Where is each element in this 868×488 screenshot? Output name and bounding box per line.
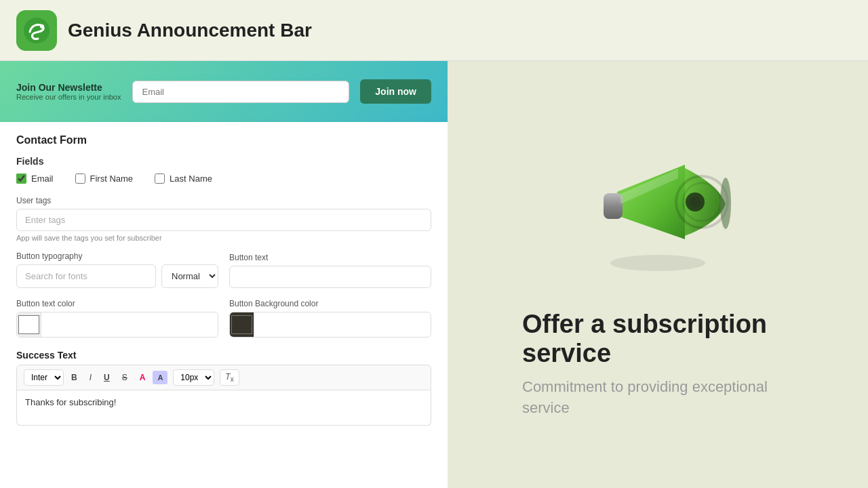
firstname-checkbox-label: First Name: [90, 174, 134, 184]
join-now-button[interactable]: Join now: [360, 79, 431, 104]
app-title: Genius Announcement Bar: [68, 20, 312, 41]
italic-button[interactable]: I: [85, 370, 96, 385]
user-tags-label: User tags: [16, 196, 431, 205]
success-text-section: Success Text Inter B I U S A A 10px 12px…: [16, 350, 431, 428]
checkbox-lastname[interactable]: Last Name: [155, 174, 212, 184]
megaphone-container: [583, 131, 732, 283]
button-text-color-group: Button text color #fff: [16, 299, 218, 338]
left-panel: Join Our Newslette Receive our offers in…: [0, 61, 448, 488]
svg-point-2: [610, 255, 705, 271]
app-logo: [16, 10, 57, 51]
bold-button[interactable]: B: [66, 370, 82, 385]
megaphone-illustration: [583, 131, 732, 280]
promo-subtext: Commitment to providing exceptional serv…: [522, 377, 793, 419]
bg-color-input[interactable]: #36332b: [254, 314, 431, 336]
user-tags-input[interactable]: [16, 209, 431, 231]
font-highlight-button[interactable]: A: [153, 371, 167, 384]
font-weight-select[interactable]: Normal Bold Light: [161, 264, 218, 288]
button-typography-label: Button typography: [16, 251, 218, 261]
email-checkbox-label: Email: [31, 174, 54, 184]
font-search-input[interactable]: [16, 264, 156, 288]
logo-icon: [23, 17, 50, 44]
svg-point-8: [720, 178, 731, 229]
underline-button[interactable]: U: [99, 370, 115, 385]
checkboxes-row: Email First Name Last Name: [16, 174, 431, 184]
text-color-swatch[interactable]: [17, 312, 41, 337]
clear-format-button[interactable]: Tx: [220, 369, 239, 386]
typography-row: Button typography Normal Bold Light Butt…: [16, 251, 431, 288]
user-tags-hint: App will save the tags you set for subsc…: [16, 234, 431, 242]
user-tags-group: User tags App will save the tags you set…: [16, 196, 431, 242]
lastname-checkbox-label: Last Name: [170, 174, 212, 184]
success-toolbar: Inter B I U S A A 10px 12px 14px Tx: [16, 365, 431, 390]
form-section-title: Contact Form: [16, 134, 431, 146]
button-typography-group: Button typography Normal Bold Light: [16, 251, 218, 288]
svg-rect-3: [604, 193, 623, 219]
text-color-wrapper: #fff: [16, 312, 218, 338]
button-bg-color-group: Button Background color #36332b: [229, 299, 431, 338]
font-size-select[interactable]: 10px 12px 14px: [173, 369, 214, 386]
svg-point-7: [690, 197, 701, 207]
right-panel: Offer a subscription service Commitment …: [448, 61, 868, 488]
button-text-color-label: Button text color: [16, 299, 218, 308]
text-color-input[interactable]: #fff: [41, 314, 218, 336]
lastname-checkbox[interactable]: [155, 174, 165, 184]
svg-point-1: [40, 24, 44, 28]
fields-label: Fields: [16, 156, 431, 167]
font-color-button[interactable]: A: [135, 370, 151, 385]
promo-text-block: Offer a subscription service Commitment …: [522, 310, 793, 419]
firstname-checkbox[interactable]: [75, 174, 85, 184]
button-text-group: Button text Subscriber: [229, 253, 431, 288]
email-input-preview[interactable]: [132, 81, 350, 103]
app-header: Genius Announcement Bar: [0, 0, 868, 61]
main-content: Join Our Newslette Receive our offers in…: [0, 61, 868, 488]
button-text-label: Button text: [229, 253, 431, 262]
form-panel: Contact Form Fields Email First Name Las…: [0, 122, 448, 488]
strikethrough-button[interactable]: S: [117, 370, 132, 385]
announcement-text-block: Join Our Newslette Receive our offers in…: [16, 82, 121, 101]
bg-color-swatch[interactable]: [230, 312, 254, 337]
success-text-label: Success Text: [16, 350, 431, 361]
button-text-input[interactable]: Subscriber: [229, 266, 431, 288]
announcement-bar-preview: Join Our Newslette Receive our offers in…: [0, 61, 448, 122]
email-checkbox[interactable]: [16, 174, 26, 184]
announcement-title: Join Our Newslette: [16, 82, 121, 93]
checkbox-firstname[interactable]: First Name: [75, 174, 134, 184]
font-family-select[interactable]: Inter: [24, 369, 64, 386]
checkbox-email[interactable]: Email: [16, 174, 54, 184]
button-bg-color-label: Button Background color: [229, 299, 431, 308]
promo-heading: Offer a subscription service: [522, 310, 793, 369]
success-text-textarea[interactable]: Thanks for subscribing!: [16, 390, 431, 426]
announcement-subtitle: Receive our offers in your inbox: [16, 93, 121, 101]
color-row: Button text color #fff Button Background…: [16, 299, 431, 338]
typography-inputs: Normal Bold Light: [16, 264, 218, 288]
bg-color-wrapper: #36332b: [229, 312, 431, 338]
